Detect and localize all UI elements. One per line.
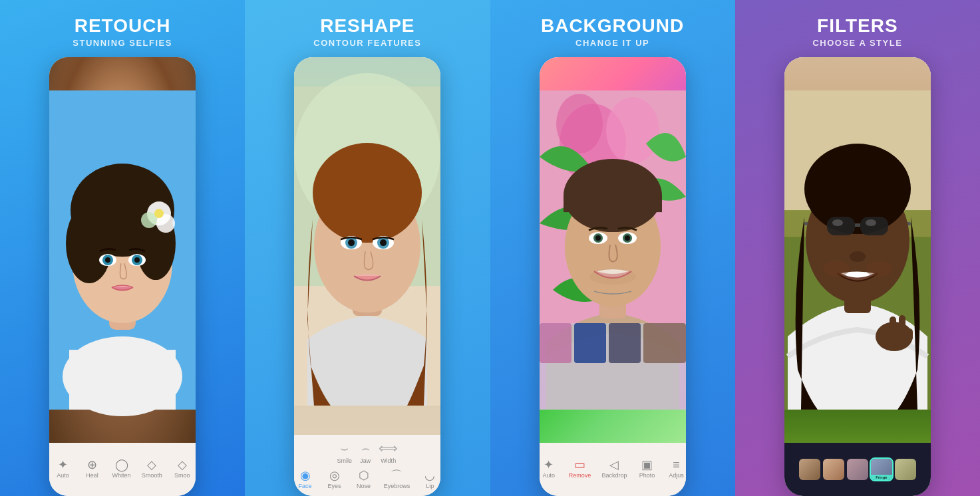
heal-label: Heal xyxy=(86,472,98,479)
eyes-label: Eyes xyxy=(328,483,341,489)
background-phone: ✦ Auto ▭ Remove ◁ Backdrop ▣ Photo ≡ A xyxy=(540,57,686,496)
smooth2-label: Smoo xyxy=(174,472,190,479)
svg-point-67 xyxy=(823,261,850,277)
bg-auto-label: Auto xyxy=(543,472,556,479)
svg-point-68 xyxy=(866,261,892,277)
remove-label: Remove xyxy=(569,472,591,479)
background-panel: BACKGROUND CHANGE IT UP xyxy=(490,0,735,496)
svg-point-11 xyxy=(154,209,164,218)
whiten-icon: ◯ xyxy=(115,459,128,471)
tool-photo[interactable]: ▣ Photo xyxy=(632,457,661,480)
adjust-icon: ≡ xyxy=(673,459,680,471)
svg-rect-50 xyxy=(609,323,641,363)
tool-smooth[interactable]: ◇ Smooth xyxy=(136,457,168,480)
tool-face[interactable]: ◉ Face xyxy=(294,468,319,491)
tool-bg-auto[interactable]: ✦ Auto xyxy=(540,457,564,480)
retouch-header: RETOUCH STUNNING SELFIES xyxy=(73,16,172,48)
retouch-title: RETOUCH xyxy=(73,16,172,37)
filter-thumb-5[interactable] xyxy=(895,459,916,480)
svg-point-17 xyxy=(134,257,140,263)
svg-point-28 xyxy=(348,239,355,246)
retouch-phone: ✦ Auto ⊕ Heal ◯ Whiten ◇ Smooth ◇ Smoo xyxy=(49,57,196,496)
reshape-subtitle: CONTOUR FEATURES xyxy=(313,38,421,48)
tool-lip[interactable]: ◡ Lip xyxy=(415,468,440,491)
svg-rect-70 xyxy=(890,316,896,336)
svg-rect-39 xyxy=(564,195,662,212)
svg-point-34 xyxy=(606,97,659,164)
tool-smooth2[interactable]: ◇ Smoo xyxy=(168,457,196,480)
filter-strip: Fringe xyxy=(784,443,931,496)
slider-smile[interactable]: ⌣ Smile xyxy=(337,441,353,464)
svg-point-46 xyxy=(589,269,636,285)
reshape-header: RESHAPE CONTOUR FEATURES xyxy=(313,16,421,48)
background-toolbar: ✦ Auto ▭ Remove ◁ Backdrop ▣ Photo ≡ A xyxy=(540,443,686,496)
remove-icon: ▭ xyxy=(574,459,585,471)
slider-width[interactable]: ⟺ Width xyxy=(379,440,398,464)
filter-thumb-3[interactable] xyxy=(847,459,868,480)
reshape-toolbar: ⌣ Smile ⌢ Jaw ⟺ Width ◉ Face ◎ xyxy=(294,435,440,496)
filter-thumb-1[interactable] xyxy=(799,459,820,480)
smooth2-icon: ◇ xyxy=(178,459,187,471)
whiten-label: Whiten xyxy=(112,472,131,479)
svg-point-35 xyxy=(556,94,603,154)
tool-adjust[interactable]: ≡ Adjus xyxy=(661,457,685,480)
tool-remove[interactable]: ▭ Remove xyxy=(564,457,597,480)
svg-rect-73 xyxy=(906,328,913,340)
tool-eyes[interactable]: ◎ Eyes xyxy=(320,468,349,491)
background-subtitle: CHANGE IT UP xyxy=(541,38,684,48)
photo-label: Photo xyxy=(639,472,655,479)
backdrop-icon: ◁ xyxy=(609,459,619,471)
retouch-photo xyxy=(49,57,196,443)
svg-rect-71 xyxy=(899,315,905,336)
svg-point-65 xyxy=(866,219,876,226)
svg-rect-2 xyxy=(69,350,176,410)
tool-heal[interactable]: ⊕ Heal xyxy=(78,457,107,480)
auto-label: Auto xyxy=(57,472,69,479)
filters-subtitle: CHOOSE A STYLE xyxy=(812,38,902,48)
retouch-toolbar: ✦ Auto ⊕ Heal ◯ Whiten ◇ Smooth ◇ Smoo xyxy=(49,443,196,496)
svg-point-66 xyxy=(850,251,866,262)
svg-rect-61 xyxy=(827,217,855,235)
svg-point-31 xyxy=(380,239,387,246)
background-tool-items: ✦ Auto ▭ Remove ◁ Backdrop ▣ Photo ≡ A xyxy=(540,457,686,480)
tool-eyebrows[interactable]: ⌒ Eyebrows xyxy=(379,468,416,491)
svg-rect-72 xyxy=(883,326,890,340)
retouch-subtitle: STUNNING SELFIES xyxy=(73,38,172,48)
filter-thumb-2[interactable] xyxy=(823,459,844,480)
reshape-phone: ⌣ Smile ⌢ Jaw ⟺ Width ◉ Face ◎ xyxy=(294,57,440,496)
bg-auto-icon: ✦ xyxy=(544,459,554,471)
svg-rect-62 xyxy=(860,217,888,235)
slider-jaw[interactable]: ⌢ Jaw xyxy=(360,441,371,464)
tool-backdrop[interactable]: ◁ Backdrop xyxy=(596,457,632,480)
auto-icon: ✦ xyxy=(58,459,68,471)
retouch-tool-items: ✦ Auto ⊕ Heal ◯ Whiten ◇ Smooth ◇ Smoo xyxy=(49,457,196,480)
smile-label: Smile xyxy=(337,457,353,464)
photo-icon: ▣ xyxy=(641,459,653,471)
svg-point-14 xyxy=(105,257,110,263)
background-photo xyxy=(540,57,686,443)
filter-thumb-fringe[interactable]: Fringe xyxy=(871,459,892,480)
svg-point-60 xyxy=(804,144,911,234)
jaw-label: Jaw xyxy=(360,457,371,464)
width-icon: ⟺ xyxy=(379,440,398,456)
filter-active-label: Fringe xyxy=(871,475,892,480)
heal-icon: ⊕ xyxy=(87,459,97,471)
retouch-panel: RETOUCH STUNNING SELFIES xyxy=(0,0,245,496)
svg-point-6 xyxy=(66,203,112,283)
filters-photo xyxy=(784,57,931,443)
background-header: BACKGROUND CHANGE IT UP xyxy=(541,16,684,48)
tool-whiten[interactable]: ◯ Whiten xyxy=(107,457,136,480)
svg-rect-63 xyxy=(855,223,860,227)
svg-point-25 xyxy=(313,143,422,243)
reshape-title: RESHAPE xyxy=(313,16,421,37)
smooth-icon: ◇ xyxy=(147,459,156,471)
backdrop-label: Backdrop xyxy=(601,472,627,479)
filters-phone: Fringe xyxy=(784,57,931,496)
tool-nose[interactable]: ⬡ Nose xyxy=(349,468,379,491)
svg-rect-48 xyxy=(540,323,572,363)
lip-icon: ◡ xyxy=(424,469,435,481)
nose-label: Nose xyxy=(357,483,371,489)
tool-auto[interactable]: ✦ Auto xyxy=(49,457,77,480)
face-icon: ◉ xyxy=(300,469,311,481)
eyes-icon: ◎ xyxy=(329,469,340,481)
